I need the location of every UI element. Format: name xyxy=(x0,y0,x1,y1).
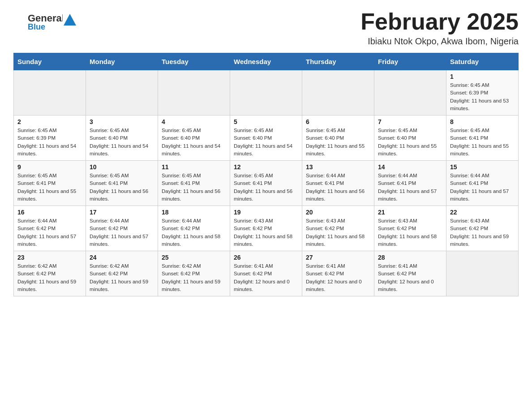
day-number: 17 xyxy=(90,209,154,216)
day-info: Sunrise: 6:42 AMSunset: 6:42 PMDaylight:… xyxy=(90,263,148,292)
day-number: 26 xyxy=(234,254,298,261)
header-cell-saturday: Saturday xyxy=(446,53,519,70)
day-number: 15 xyxy=(450,163,515,171)
day-info: Sunrise: 6:45 AMSunset: 6:41 PMDaylight:… xyxy=(162,173,220,201)
day-info: Sunrise: 6:44 AMSunset: 6:42 PMDaylight:… xyxy=(90,218,148,247)
calendar-cell: 13Sunrise: 6:44 AMSunset: 6:41 PMDayligh… xyxy=(302,161,374,206)
day-number: 10 xyxy=(90,163,154,171)
calendar-cell: 2Sunrise: 6:45 AMSunset: 6:39 PMDaylight… xyxy=(14,116,86,161)
calendar-cell: 10Sunrise: 6:45 AMSunset: 6:41 PMDayligh… xyxy=(86,161,158,206)
calendar-cell: 1Sunrise: 6:45 AMSunset: 6:39 PMDaylight… xyxy=(446,70,519,116)
day-info: Sunrise: 6:42 AMSunset: 6:42 PMDaylight:… xyxy=(162,263,220,292)
header-cell-thursday: Thursday xyxy=(302,53,374,70)
day-number: 18 xyxy=(162,209,226,216)
logo: General Blue xyxy=(13,9,77,31)
day-number: 4 xyxy=(162,118,226,125)
calendar-cell: 28Sunrise: 6:41 AMSunset: 6:42 PMDayligh… xyxy=(374,251,446,296)
day-info: Sunrise: 6:41 AMSunset: 6:42 PMDaylight:… xyxy=(234,263,290,292)
day-info: Sunrise: 6:45 AMSunset: 6:40 PMDaylight:… xyxy=(306,128,365,156)
header-cell-wednesday: Wednesday xyxy=(230,53,302,70)
day-number: 13 xyxy=(306,163,370,171)
calendar-cell: 3Sunrise: 6:45 AMSunset: 6:40 PMDaylight… xyxy=(86,116,158,161)
day-number: 27 xyxy=(306,254,370,261)
day-number: 3 xyxy=(90,118,154,125)
day-number: 21 xyxy=(378,209,442,216)
header-cell-friday: Friday xyxy=(374,53,446,70)
calendar-cell xyxy=(230,70,302,116)
day-info: Sunrise: 6:45 AMSunset: 6:40 PMDaylight:… xyxy=(234,128,292,156)
day-number: 24 xyxy=(90,254,154,261)
calendar-cell: 20Sunrise: 6:43 AMSunset: 6:42 PMDayligh… xyxy=(302,206,374,251)
day-info: Sunrise: 6:42 AMSunset: 6:42 PMDaylight:… xyxy=(17,263,76,292)
svg-text:Blue: Blue xyxy=(28,22,45,31)
day-number: 12 xyxy=(234,163,298,171)
day-info: Sunrise: 6:45 AMSunset: 6:40 PMDaylight:… xyxy=(162,128,220,156)
day-number: 5 xyxy=(234,118,298,125)
calendar-cell: 23Sunrise: 6:42 AMSunset: 6:42 PMDayligh… xyxy=(14,251,86,296)
calendar-week-row: 9Sunrise: 6:45 AMSunset: 6:41 PMDaylight… xyxy=(14,161,519,206)
calendar-cell: 9Sunrise: 6:45 AMSunset: 6:41 PMDaylight… xyxy=(14,161,86,206)
header-cell-sunday: Sunday xyxy=(14,53,86,70)
day-number: 19 xyxy=(234,209,298,216)
header-cell-monday: Monday xyxy=(86,53,158,70)
calendar-cell: 26Sunrise: 6:41 AMSunset: 6:42 PMDayligh… xyxy=(230,251,302,296)
calendar-week-row: 1Sunrise: 6:45 AMSunset: 6:39 PMDaylight… xyxy=(14,70,519,116)
calendar-cell: 17Sunrise: 6:44 AMSunset: 6:42 PMDayligh… xyxy=(86,206,158,251)
calendar-header: SundayMondayTuesdayWednesdayThursdayFrid… xyxy=(14,53,519,70)
day-info: Sunrise: 6:43 AMSunset: 6:42 PMDaylight:… xyxy=(234,218,292,247)
day-info: Sunrise: 6:45 AMSunset: 6:41 PMDaylight:… xyxy=(450,128,509,156)
calendar-cell: 14Sunrise: 6:44 AMSunset: 6:41 PMDayligh… xyxy=(374,161,446,206)
day-info: Sunrise: 6:45 AMSunset: 6:40 PMDaylight:… xyxy=(378,128,437,156)
day-number: 28 xyxy=(378,254,442,261)
day-number: 2 xyxy=(17,118,82,125)
day-info: Sunrise: 6:44 AMSunset: 6:42 PMDaylight:… xyxy=(162,218,220,247)
calendar-cell: 24Sunrise: 6:42 AMSunset: 6:42 PMDayligh… xyxy=(86,251,158,296)
calendar-cell xyxy=(86,70,158,116)
day-number: 22 xyxy=(450,209,515,216)
calendar-cell xyxy=(374,70,446,116)
calendar-cell: 22Sunrise: 6:43 AMSunset: 6:42 PMDayligh… xyxy=(446,206,519,251)
calendar-cell: 12Sunrise: 6:45 AMSunset: 6:41 PMDayligh… xyxy=(230,161,302,206)
calendar-cell: 25Sunrise: 6:42 AMSunset: 6:42 PMDayligh… xyxy=(158,251,230,296)
calendar-cell: 19Sunrise: 6:43 AMSunset: 6:42 PMDayligh… xyxy=(230,206,302,251)
day-info: Sunrise: 6:44 AMSunset: 6:42 PMDaylight:… xyxy=(17,218,76,247)
title-block: February 2025 Ibiaku Ntok Okpo, Akwa Ibo… xyxy=(360,9,519,47)
day-number: 11 xyxy=(162,163,226,171)
day-info: Sunrise: 6:45 AMSunset: 6:41 PMDaylight:… xyxy=(234,173,292,201)
calendar-cell: 8Sunrise: 6:45 AMSunset: 6:41 PMDaylight… xyxy=(446,116,519,161)
calendar-cell xyxy=(302,70,374,116)
day-info: Sunrise: 6:44 AMSunset: 6:41 PMDaylight:… xyxy=(378,173,437,201)
day-info: Sunrise: 6:44 AMSunset: 6:41 PMDaylight:… xyxy=(450,173,509,201)
day-number: 9 xyxy=(17,163,82,171)
day-number: 23 xyxy=(17,254,82,261)
day-info: Sunrise: 6:41 AMSunset: 6:42 PMDaylight:… xyxy=(306,263,362,292)
day-number: 7 xyxy=(378,118,442,125)
logo-icon: General Blue xyxy=(13,9,63,31)
calendar-cell: 7Sunrise: 6:45 AMSunset: 6:40 PMDaylight… xyxy=(374,116,446,161)
calendar-cell: 18Sunrise: 6:44 AMSunset: 6:42 PMDayligh… xyxy=(158,206,230,251)
day-info: Sunrise: 6:41 AMSunset: 6:42 PMDaylight:… xyxy=(378,263,434,292)
calendar-cell: 5Sunrise: 6:45 AMSunset: 6:40 PMDaylight… xyxy=(230,116,302,161)
header-cell-tuesday: Tuesday xyxy=(158,53,230,70)
page-header: General Blue February 2025 Ibiaku Ntok O… xyxy=(13,9,519,47)
day-info: Sunrise: 6:44 AMSunset: 6:41 PMDaylight:… xyxy=(306,173,365,201)
calendar-cell: 16Sunrise: 6:44 AMSunset: 6:42 PMDayligh… xyxy=(14,206,86,251)
calendar-body: 1Sunrise: 6:45 AMSunset: 6:39 PMDaylight… xyxy=(14,70,519,296)
day-info: Sunrise: 6:45 AMSunset: 6:39 PMDaylight:… xyxy=(450,82,509,111)
calendar-cell: 11Sunrise: 6:45 AMSunset: 6:41 PMDayligh… xyxy=(158,161,230,206)
calendar-cell: 21Sunrise: 6:43 AMSunset: 6:42 PMDayligh… xyxy=(374,206,446,251)
day-number: 20 xyxy=(306,209,370,216)
arrow-icon xyxy=(63,13,77,27)
svg-marker-2 xyxy=(64,14,76,26)
calendar-cell xyxy=(14,70,86,116)
day-number: 1 xyxy=(450,73,515,80)
calendar-table: SundayMondayTuesdayWednesdayThursdayFrid… xyxy=(13,53,519,296)
day-info: Sunrise: 6:43 AMSunset: 6:42 PMDaylight:… xyxy=(378,218,437,247)
calendar-week-row: 16Sunrise: 6:44 AMSunset: 6:42 PMDayligh… xyxy=(14,206,519,251)
day-number: 6 xyxy=(306,118,370,125)
day-info: Sunrise: 6:45 AMSunset: 6:41 PMDaylight:… xyxy=(17,173,76,201)
calendar-week-row: 23Sunrise: 6:42 AMSunset: 6:42 PMDayligh… xyxy=(14,251,519,296)
calendar-cell xyxy=(446,251,519,296)
day-number: 16 xyxy=(17,209,82,216)
calendar-title: February 2025 xyxy=(360,9,519,34)
